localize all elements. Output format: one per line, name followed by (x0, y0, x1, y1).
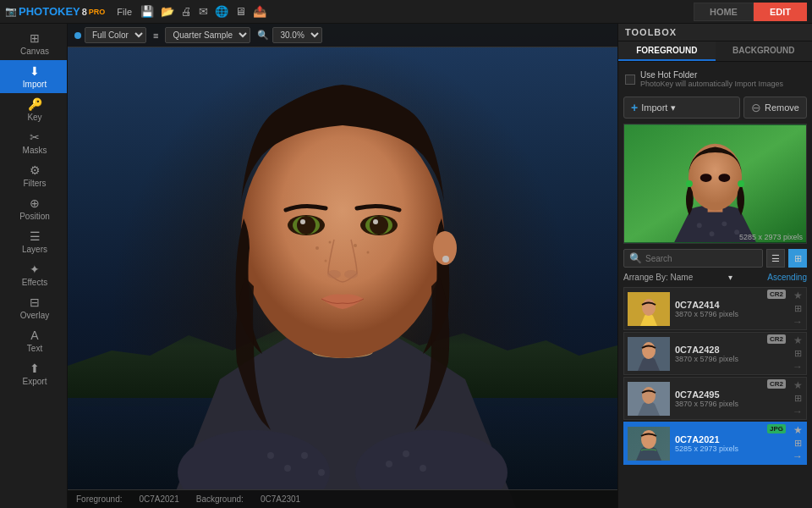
sidebar-item-overlay[interactable]: ⊟ Overlay (0, 291, 67, 324)
thumb-svg (628, 292, 670, 326)
export-icon[interactable]: 📤 (253, 5, 266, 18)
main-area: ⊞ Canvas ⬇ Import 🔑 Key ✂ Masks ⚙ Filter… (0, 24, 812, 508)
file-badge: CR2 (767, 334, 786, 344)
search-input[interactable] (645, 254, 757, 263)
svg-point-45 (642, 342, 656, 359)
svg-point-40 (686, 180, 693, 187)
grid-view-button[interactable]: ⊞ (788, 249, 807, 268)
sidebar-item-masks[interactable]: ✂ Masks (0, 126, 67, 159)
arrow-icon[interactable]: → (793, 450, 803, 462)
position-icon: ⊕ (30, 196, 40, 210)
file-info: 0C7A2495 3870 x 5796 pixels (675, 389, 787, 408)
list-item[interactable]: 0C7A2495 3870 x 5796 pixels CR2 ★ ⊞ → (623, 377, 807, 420)
status-bar: Foreground: 0C7A2021 Background: 0C7A230… (68, 489, 617, 508)
monitor-icon[interactable]: 🖥 (235, 5, 246, 18)
sort-dropdown-icon[interactable]: ▾ (728, 273, 732, 282)
color-mode-select[interactable]: Full Color (85, 27, 146, 43)
svg-point-29 (420, 465, 426, 472)
open-icon[interactable]: 📂 (161, 5, 174, 18)
list-item[interactable]: 0C7A2428 3870 x 5796 pixels CR2 ★ ⊞ → (623, 332, 807, 375)
file-thumbnail (628, 337, 670, 371)
svg-point-24 (284, 465, 291, 472)
copy-icon[interactable]: ⊞ (794, 438, 802, 449)
star-icon[interactable]: ★ (793, 379, 803, 391)
svg-point-33 (710, 231, 715, 236)
nav-tabs: HOME EDIT (694, 3, 807, 21)
tab-home[interactable]: HOME (694, 3, 754, 21)
thumb-svg (628, 427, 670, 461)
sidebar-item-import[interactable]: ⬇ Import (0, 60, 67, 93)
tab-edit[interactable]: EDIT (754, 3, 807, 21)
file-info: 0C7A2414 3870 x 5796 pixels (675, 300, 787, 318)
canvas-area: Full Color ≡ Quarter Sample 🔍 30.0% Fore… (68, 24, 617, 508)
sidebar: ⊞ Canvas ⬇ Import 🔑 Key ✂ Masks ⚙ Filter… (0, 24, 68, 508)
svg-point-20 (325, 260, 327, 262)
copy-icon[interactable]: ⊞ (794, 393, 802, 404)
svg-point-37 (689, 144, 742, 211)
sidebar-label-filters: Filters (23, 179, 46, 188)
hot-folder-label: Use Hot Folder (640, 70, 783, 80)
remove-button[interactable]: ⊖ Remove (743, 97, 807, 119)
copy-icon[interactable]: ⊞ (794, 348, 802, 359)
sidebar-item-key[interactable]: 🔑 Key (0, 93, 67, 126)
toolbox-header: TOOLBOX (618, 24, 812, 41)
svg-point-32 (697, 223, 702, 228)
sidebar-item-export[interactable]: ⬆ Export (0, 357, 67, 390)
sort-label: Arrange By: Name (623, 273, 693, 282)
panel-content: Use Hot Folder PhotoKey will automatical… (618, 62, 812, 508)
save-icon[interactable]: 💾 (140, 5, 154, 18)
svg-point-50 (641, 430, 656, 449)
sidebar-item-text[interactable]: A Text (0, 324, 67, 357)
color-mode-selector[interactable]: Full Color (74, 27, 146, 43)
list-view-button[interactable]: ☰ (766, 249, 785, 268)
sidebar-item-effects[interactable]: ✦ Effects (0, 258, 67, 291)
sidebar-label-export: Export (23, 377, 47, 386)
file-name: 0C7A2021 (675, 434, 787, 444)
sidebar-item-position[interactable]: ⊕ Position (0, 192, 67, 225)
web-icon[interactable]: 🌐 (215, 5, 228, 18)
right-panel: TOOLBOX FOREGROUND BACKGROUND Use Hot Fo… (617, 24, 812, 508)
sort-direction[interactable]: Ascending (767, 273, 807, 282)
copy-icon[interactable]: ⊞ (794, 303, 802, 314)
file-actions: ★ ⊞ → (793, 379, 803, 417)
sidebar-item-layers[interactable]: ☰ Layers (0, 225, 67, 258)
arrow-icon[interactable]: → (793, 361, 803, 373)
top-bar: 📷 PHOTOKEY 8 PRO File 💾 📂 🖨 ✉ 🌐 🖥 📤 HOME… (0, 0, 812, 24)
svg-point-6 (297, 216, 315, 235)
svg-point-16 (315, 246, 319, 250)
import-row: + Import ▾ ⊖ Remove (623, 97, 807, 119)
star-icon[interactable]: ★ (793, 424, 803, 436)
app-logo: 📷 PHOTOKEY 8 PRO (5, 5, 105, 18)
sidebar-item-filters[interactable]: ⚙ Filters (0, 159, 67, 192)
import-dropdown-icon: ▾ (671, 102, 676, 113)
star-icon[interactable]: ★ (793, 334, 803, 346)
import-icon: ⬇ (30, 64, 40, 78)
arrow-icon[interactable]: → (793, 316, 803, 328)
svg-point-47 (642, 387, 656, 404)
list-item[interactable]: 0C7A2021 5285 x 2973 pixels JPG ★ ⊞ → (623, 422, 807, 465)
list-item[interactable]: 0C7A2414 3870 x 5796 pixels CR2 ★ ⊞ → (623, 287, 807, 330)
zoom-select[interactable]: 30.0% (272, 27, 322, 43)
sample-select[interactable]: Quarter Sample (165, 27, 250, 43)
arrow-icon[interactable]: → (793, 406, 803, 417)
print-icon[interactable]: 🖨 (181, 5, 192, 18)
svg-point-15 (442, 256, 449, 262)
tab-foreground[interactable]: FOREGROUND (618, 41, 716, 61)
search-row: 🔍 ☰ ⊞ (623, 249, 807, 268)
person-composite (68, 24, 617, 508)
file-info: 0C7A2428 3870 x 5796 pixels (675, 345, 787, 363)
star-icon[interactable]: ★ (793, 290, 803, 301)
hot-folder-checkbox[interactable] (625, 75, 635, 85)
zoom-selector[interactable]: 🔍 30.0% (257, 27, 322, 43)
file-thumbnail (628, 382, 670, 416)
svg-point-11 (373, 219, 378, 224)
import-button[interactable]: + Import ▾ (623, 97, 740, 119)
menu-file[interactable]: File (117, 7, 132, 17)
tab-background[interactable]: BACKGROUND (716, 41, 813, 61)
sidebar-item-canvas[interactable]: ⊞ Canvas (0, 27, 67, 60)
thumb-svg (628, 337, 670, 371)
sample-selector[interactable]: Quarter Sample (165, 27, 250, 43)
file-actions: ★ ⊞ → (793, 290, 803, 328)
email-icon[interactable]: ✉ (199, 5, 208, 18)
svg-point-39 (718, 174, 730, 182)
